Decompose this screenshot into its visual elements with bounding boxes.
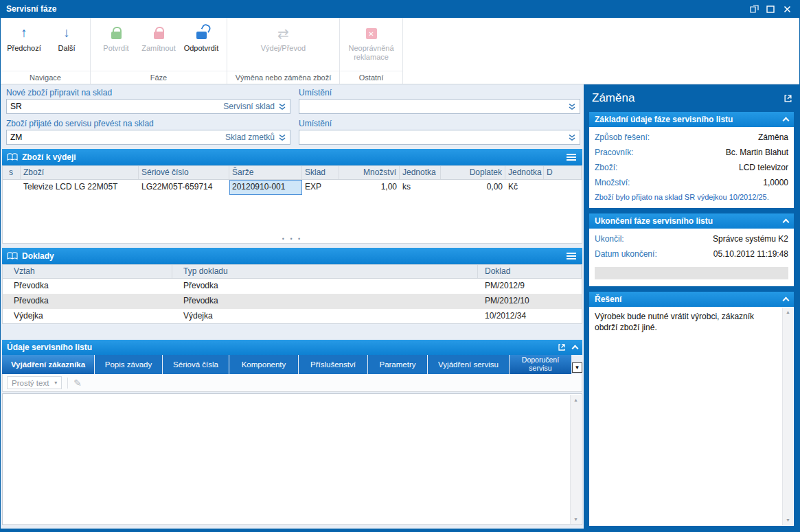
cell[interactable] [544, 180, 582, 195]
warehouse-code: ZM [10, 132, 225, 142]
received-goods-warehouse-input[interactable]: ZM Sklad zmetků [6, 130, 290, 145]
cell[interactable]: Převodka [172, 294, 478, 309]
confirm-button[interactable]: Potvrdit [95, 19, 137, 71]
column-header[interactable]: Doklad [478, 265, 582, 278]
arrow-up-icon: ↑ [21, 23, 27, 42]
cell[interactable]: LG22M05T-659714 [139, 180, 229, 195]
popout-icon[interactable] [784, 94, 792, 103]
column-header[interactable]: Sklad [302, 166, 339, 179]
field-label: Zboží: [595, 163, 617, 172]
editor-mode-dropdown[interactable]: Prostý text ▾ [7, 376, 62, 389]
column-header[interactable]: Doplatek [441, 166, 505, 179]
cell[interactable]: PM/2012/9 [478, 279, 582, 294]
scroll-down-icon[interactable]: ▼ [571, 514, 581, 524]
tab-prislusenstvi[interactable]: Příslušenství [299, 355, 367, 374]
cell[interactable]: 0,00 [441, 180, 505, 195]
collapse-chevron-icon[interactable] [572, 345, 579, 352]
panel-menu-icon[interactable] [565, 251, 578, 262]
collapse-chevron-icon[interactable] [783, 219, 790, 226]
toolbar-divider [67, 378, 68, 389]
stock-receipt-link[interactable]: Zboží bylo přijato na sklad SR výdejkou … [589, 190, 794, 203]
cell[interactable] [3, 180, 21, 195]
cell[interactable]: Převodka [3, 279, 172, 294]
field-row: Způsob řešení: Záměna [589, 130, 794, 145]
scroll-up-icon[interactable]: ▲ [571, 395, 581, 404]
column-header[interactable]: Vztah [3, 265, 172, 278]
tab-overflow-button[interactable]: ▼ [572, 362, 582, 373]
section-header[interactable]: Řešení [589, 292, 794, 307]
maximize-icon[interactable] [764, 3, 777, 15]
column-header[interactable]: Zboží [21, 166, 139, 179]
tab-vyjadreni-servisu[interactable]: Vyjádření servisu [428, 355, 509, 374]
column-header[interactable]: Množství [339, 166, 400, 179]
invalid-claim-button[interactable]: ✕ Neoprávněná reklamace [343, 19, 400, 71]
location-bottom-input[interactable] [299, 130, 580, 145]
cell[interactable]: Televize LCD LG 22M05T [21, 180, 139, 195]
column-header[interactable]: Jednotka [400, 166, 441, 179]
column-header[interactable]: Sériové číslo [139, 166, 229, 179]
popout-window-icon[interactable] [747, 3, 761, 15]
issue-transfer-button[interactable]: ⇄ Výdej/Převod [242, 19, 325, 71]
goods-panel-header: Zboží k výdeji [2, 149, 582, 165]
tab-doporuceni-servisu[interactable]: Doporučení servisu [510, 355, 571, 374]
unconfirm-button[interactable]: Odpotvrdit [180, 19, 222, 71]
table-row[interactable]: Převodka Převodka PM/2012/9 [3, 279, 582, 294]
cell[interactable]: Výdejka [172, 309, 478, 324]
cell[interactable]: Převodka [172, 279, 478, 294]
scrollbar[interactable]: ▲ ▼ [782, 308, 793, 525]
panel-title: Zboží k výdeji [22, 152, 76, 162]
scroll-down-icon[interactable]: ▼ [783, 516, 793, 525]
table-row[interactable]: Převodka Převodka PM/2012/10 [3, 294, 582, 309]
table-row[interactable]: Televize LCD LG 22M05T LG22M05T-659714 2… [3, 180, 582, 195]
tab-seriova-cisla[interactable]: Sériová čísla [163, 355, 229, 374]
edit-pencil-icon[interactable]: ✎ [73, 378, 82, 389]
scroll-up-icon[interactable]: ▲ [783, 308, 793, 317]
content-area: Nové zboží připravit na sklad SR Servisn… [1, 84, 584, 529]
cell[interactable]: EXP [302, 180, 339, 195]
tab-vyjadreni-zakaznika[interactable]: Vyjádření zákazníka [2, 355, 94, 374]
arrow-down-icon: ↓ [63, 23, 70, 42]
scrollbar[interactable]: ▲ ▼ [570, 395, 581, 524]
cell[interactable]: ks [400, 180, 441, 195]
cell[interactable]: 10/2012/34 [478, 309, 582, 324]
column-header[interactable]: s [3, 166, 21, 179]
cell[interactable]: PM/2012/10 [478, 294, 582, 309]
button-label: Další [58, 44, 75, 53]
cell[interactable]: Kč [505, 180, 544, 195]
tab-parametry[interactable]: Parametry [368, 355, 427, 374]
sidebar-title: Záměna [592, 91, 635, 105]
tab-komponenty[interactable]: Komponenty [229, 355, 298, 374]
popout-icon[interactable] [558, 343, 566, 351]
cell[interactable]: 1,00 [339, 180, 400, 195]
cell[interactable]: Převodka [3, 294, 172, 309]
cell[interactable]: Výdejka [3, 309, 172, 324]
column-header[interactable]: Šarže [229, 166, 302, 179]
field-label: Ukončil: [595, 234, 624, 244]
location-top-input[interactable] [299, 99, 580, 114]
section-body: Způsob řešení: Záměna Pracovník: Bc. Mar… [589, 127, 794, 208]
table-row[interactable]: Výdejka Výdejka 10/2012/34 [3, 309, 582, 324]
dropdown-icon[interactable] [278, 134, 286, 141]
reject-button[interactable]: Zamítnout [137, 19, 180, 71]
previous-button[interactable]: ↑ Předchozí [3, 19, 45, 71]
column-header[interactable]: Jednotka [505, 166, 544, 179]
dropdown-icon[interactable] [568, 134, 576, 141]
column-header[interactable]: D [544, 166, 582, 179]
collapse-chevron-icon[interactable] [783, 297, 790, 304]
selected-cell[interactable]: 20120910-001 [229, 180, 302, 195]
dropdown-icon[interactable] [568, 103, 576, 111]
tab-popis-zavady[interactable]: Popis závady [95, 355, 162, 374]
solution-textarea[interactable]: Výrobek bude nutné vrátit výrobci, zákaz… [589, 307, 794, 526]
section-header[interactable]: Základní údaje fáze servisního listu [589, 112, 794, 127]
panel-menu-icon[interactable] [565, 152, 578, 163]
section-header[interactable]: Ukončení fáze servisního listu [589, 213, 794, 229]
dropdown-icon[interactable] [278, 103, 286, 111]
next-button[interactable]: ↓ Další [45, 19, 88, 71]
customer-statement-textarea[interactable]: ▲ ▼ [2, 393, 582, 525]
section-title: Základní údaje fáze servisního listu [595, 115, 733, 124]
splitter-handle[interactable]: • • • [3, 235, 582, 242]
close-icon[interactable] [780, 3, 794, 15]
column-header[interactable]: Typ dokladu [172, 265, 478, 278]
new-goods-warehouse-input[interactable]: SR Servisní sklad [6, 99, 290, 114]
collapse-chevron-icon[interactable] [783, 117, 790, 124]
